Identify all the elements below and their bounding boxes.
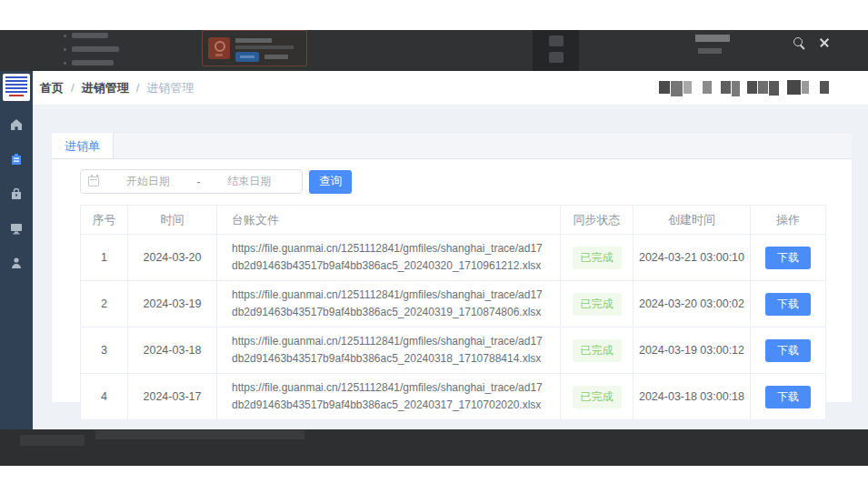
download-button[interactable]: 下载 [765,247,811,269]
dimmed-menu-line [64,60,119,66]
bottom-white-strip [0,466,868,504]
cell-status: 已完成 [561,374,634,420]
breadcrumb: 首页 / 进销管理 / 进销管理 [40,71,194,105]
start-date-placeholder[interactable]: 开始日期 [103,174,194,189]
censored-block [703,81,712,94]
ledger-table: 序号 时间 台账文件 同步状态 创建时间 操作 1 2024-03-20 htt… [80,205,826,420]
monitor-icon[interactable] [10,222,23,235]
col-header-action: 操作 [751,206,826,235]
dimmed-menu-line [64,46,119,52]
cell-action: 下载 [751,281,826,328]
status-badge: 已完成 [573,293,622,316]
cell-status: 已完成 [561,235,634,281]
cell-action: 下载 [751,235,826,281]
logo-mark [5,76,27,93]
table-body: 1 2024-03-20 https://file.guanmai.cn/125… [81,235,826,420]
dimmed-text [235,45,294,49]
dimmed-menu-line [64,33,119,38]
censored-block [659,81,670,94]
screen: 首页 / 进销管理 / 进销管理 进销单 开始日期 - 结束日期 [0,0,868,504]
end-date-placeholder[interactable]: 结束日期 [205,174,295,189]
cell-index: 2 [81,281,128,328]
dimmed-promo-card [202,30,307,66]
table-row: 3 2024-03-18 https://file.guanmai.cn/125… [81,328,826,374]
cell-file: https://file.guanmai.cn/1251112841/gmfil… [217,328,561,374]
user-icon[interactable] [10,257,23,269]
censored-block [683,81,692,94]
cell-action: 下载 [751,374,826,420]
col-header-file: 台账文件 [217,206,561,235]
content-card: 进销单 开始日期 - 结束日期 查询 [52,132,852,402]
dimmed-text [264,55,288,59]
cell-file: https://file.guanmai.cn/1251112841/gmfil… [217,235,561,281]
table-header-row: 序号 时间 台账文件 同步状态 创建时间 操作 [81,206,826,235]
cell-created: 2024-03-20 03:00:02 [634,281,751,328]
censored-block [769,81,779,96]
dimmed-button [235,52,259,62]
cell-action: 下载 [751,328,826,374]
date-range-input[interactable]: 开始日期 - 结束日期 [80,169,303,194]
censored-block [802,81,809,94]
logo-sub-mark [9,95,25,96]
dimmed-title [695,35,730,42]
dimmed-app-icon [208,37,230,59]
top-overlay-band [0,30,868,71]
bag-icon[interactable] [10,187,23,200]
status-badge: 已完成 [573,386,622,408]
home-icon[interactable] [10,118,23,131]
dimmed-menu [64,33,119,71]
col-header-created: 创建时间 [634,206,751,235]
col-header-date: 时间 [128,206,217,235]
search-button[interactable]: 查询 [309,170,352,194]
dimmed-text [235,38,272,43]
dimmed-sidebar [533,30,579,71]
close-icon[interactable] [819,37,830,48]
status-badge: 已完成 [573,247,622,269]
status-badge: 已完成 [573,339,622,362]
dimmed-patch [20,435,85,446]
table-row: 1 2024-03-20 https://file.guanmai.cn/125… [81,235,826,281]
download-button[interactable]: 下载 [765,293,811,316]
calendar-icon [88,176,99,186]
breadcrumb-separator: / [136,81,140,95]
tab-purchase-sale-list[interactable]: 进销单 [52,133,114,158]
bottom-overlay-band [0,429,868,466]
censored-user-info [659,78,829,96]
breadcrumb-home[interactable]: 首页 [40,80,64,96]
sidebar [0,71,33,429]
censored-block [671,81,683,96]
clipboard-icon[interactable] [10,153,23,166]
cell-created: 2024-03-19 03:00:12 [634,328,751,374]
cell-date: 2024-03-17 [128,374,217,420]
cell-file: https://file.guanmai.cn/1251112841/gmfil… [217,374,561,420]
censored-block [747,81,757,94]
tab-bar: 进销单 [52,132,852,159]
dimmed-glyph [549,35,564,46]
app-window: 首页 / 进销管理 / 进销管理 进销单 开始日期 - 结束日期 [0,71,868,429]
cell-date: 2024-03-19 [128,281,217,328]
col-header-index: 序号 [81,206,128,235]
censored-block [732,81,740,96]
sidebar-nav [10,118,23,269]
censored-block [787,80,801,95]
cell-file: https://file.guanmai.cn/1251112841/gmfil… [217,281,561,328]
cell-date: 2024-03-18 [128,328,217,374]
cell-index: 1 [81,235,128,281]
censored-block [721,81,731,94]
table-row: 2 2024-03-19 https://file.guanmai.cn/125… [81,281,826,328]
download-button[interactable]: 下载 [765,339,811,362]
cell-status: 已完成 [561,328,634,374]
search-icon[interactable] [793,37,803,46]
page-header: 首页 / 进销管理 / 进销管理 [33,71,868,105]
app-logo[interactable] [3,74,30,101]
breadcrumb-module[interactable]: 进销管理 [82,80,129,96]
content-area: 进销单 开始日期 - 结束日期 查询 [33,105,868,429]
download-button[interactable]: 下载 [765,386,811,408]
table-row: 4 2024-03-17 https://file.guanmai.cn/125… [81,374,826,420]
cell-created: 2024-03-18 03:00:18 [634,374,751,420]
dimmed-patch [95,430,304,439]
top-white-strip [0,0,868,30]
filter-row: 开始日期 - 结束日期 查询 [80,169,852,194]
cell-status: 已完成 [561,281,634,328]
cell-date: 2024-03-20 [128,235,217,281]
